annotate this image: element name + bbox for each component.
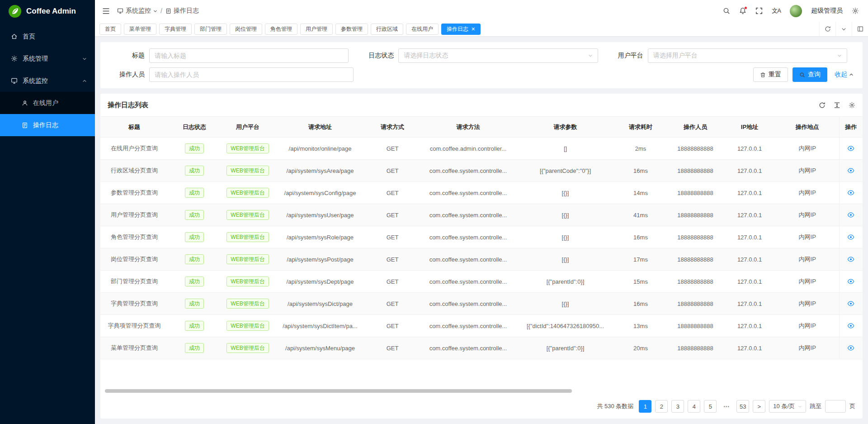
settings-gear-icon[interactable]: [852, 7, 859, 14]
jump-to-page-input[interactable]: [825, 400, 846, 413]
cell-status: 成功: [168, 315, 221, 337]
cell-request-params: [{"parentId":0}]: [517, 271, 614, 293]
row-density-icon[interactable]: [834, 102, 840, 109]
log-status-select[interactable]: 请选择日志状态: [398, 48, 598, 63]
sidebar-item-online-users[interactable]: 在线用户: [0, 92, 95, 114]
chevron-down-icon[interactable]: [835, 22, 852, 36]
page-button-5[interactable]: 5: [704, 400, 717, 413]
fullscreen-icon[interactable]: [755, 7, 763, 14]
view-detail-eye-icon[interactable]: [847, 344, 854, 352]
page-button-3[interactable]: 3: [671, 400, 684, 413]
table-row: 部门管理分页查询成功WEB管理后台/api/system/sysDept/pag…: [100, 271, 863, 293]
cell-action: [839, 226, 863, 248]
chevron-down-icon: [82, 57, 87, 61]
tab-在线用户[interactable]: 在线用户: [406, 24, 439, 35]
cell-title: 菜单管理分页查询: [100, 337, 168, 359]
view-detail-eye-icon[interactable]: [847, 300, 854, 307]
cell-title: 参数管理分页查询: [100, 182, 168, 204]
sidebar-item-label: 系统管理: [23, 55, 77, 63]
view-detail-eye-icon[interactable]: [847, 145, 854, 152]
translate-icon[interactable]: 文A: [772, 7, 781, 15]
refresh-icon[interactable]: [819, 102, 826, 109]
cell-ip-address: 127.0.0.1: [723, 271, 776, 293]
refresh-icon[interactable]: [819, 22, 835, 36]
tab-岗位管理[interactable]: 岗位管理: [230, 24, 262, 35]
tab-close-icon[interactable]: ✕: [471, 27, 475, 32]
document-icon: [22, 122, 28, 129]
table-tools: [819, 102, 855, 109]
view-detail-eye-icon[interactable]: [847, 256, 854, 263]
status-success-tag: 成功: [185, 210, 204, 220]
cell-platform: WEB管理后台: [221, 226, 275, 248]
cell-status: 成功: [168, 138, 221, 160]
cell-request-duration: 14ms: [614, 182, 667, 204]
sidebar-item-system-monitor[interactable]: 系统监控: [0, 70, 95, 92]
username[interactable]: 超级管理员: [811, 7, 843, 15]
breadcrumb-parent[interactable]: 系统监控: [117, 7, 157, 15]
breadcrumb: 系统监控 / 操作日志: [117, 7, 199, 15]
avatar[interactable]: [790, 5, 802, 17]
tab-角色管理[interactable]: 角色管理: [265, 24, 297, 35]
table-card-header: 操作日志列表: [100, 94, 863, 116]
col-ip-address: IP地址: [723, 117, 776, 138]
cell-platform: WEB管理后台: [221, 315, 275, 337]
operator-input[interactable]: [149, 67, 354, 82]
view-detail-eye-icon[interactable]: [847, 189, 854, 196]
view-detail-eye-icon[interactable]: [847, 278, 854, 285]
trash-icon: [760, 72, 766, 78]
tab-用户管理[interactable]: 用户管理: [300, 24, 333, 35]
page-size-select[interactable]: 10 条/页: [769, 400, 806, 413]
sidebar-item-system-management[interactable]: 系统管理: [0, 48, 95, 70]
view-detail-eye-icon[interactable]: [847, 233, 854, 241]
cell-title: 角色管理分页查询: [100, 226, 168, 248]
col-log-status: 日志状态: [168, 117, 221, 138]
horizontal-scrollbar-thumb[interactable]: [105, 389, 572, 393]
sidebar-item-operation-log[interactable]: 操作日志: [0, 114, 95, 136]
app-logo[interactable]: Coffee Admin: [0, 0, 95, 23]
status-success-tag: 成功: [185, 254, 204, 264]
cell-ip-address: 127.0.0.1: [723, 160, 776, 182]
next-page-button[interactable]: >: [753, 400, 765, 413]
reset-button[interactable]: 重置: [753, 67, 788, 82]
view-detail-eye-icon[interactable]: [847, 322, 854, 329]
collapse-sidebar-icon[interactable]: [102, 7, 110, 15]
tab-操作日志[interactable]: 操作日志✕: [441, 24, 481, 35]
tab-参数管理[interactable]: 参数管理: [335, 24, 368, 35]
page-button-2[interactable]: 2: [655, 400, 668, 413]
user-platform-select[interactable]: 请选择用户平台: [648, 48, 847, 63]
tab-label: 用户管理: [306, 25, 327, 33]
view-detail-eye-icon[interactable]: [847, 167, 854, 174]
page-button-53[interactable]: 53: [736, 400, 749, 413]
tab-行政区域[interactable]: 行政区域: [371, 24, 403, 35]
cell-operator: 18888888888: [667, 204, 723, 226]
search-icon[interactable]: [723, 7, 730, 14]
notification-bell-icon[interactable]: [739, 7, 746, 14]
tab-菜单管理[interactable]: 菜单管理: [124, 24, 156, 35]
tab-部门管理[interactable]: 部门管理: [194, 24, 227, 35]
tab-首页[interactable]: 首页: [99, 24, 121, 35]
search-button[interactable]: 查询: [793, 67, 827, 82]
cell-operator: 18888888888: [667, 293, 723, 315]
column-settings-gear-icon[interactable]: [849, 102, 855, 109]
col-request-url: 请求地址: [275, 117, 365, 138]
collapse-filters-label: 收起: [835, 71, 847, 79]
cell-request-url: /api/system/sysDictItem/pa...: [275, 315, 365, 337]
chevron-down-icon: [798, 405, 802, 409]
col-title: 标题: [100, 117, 168, 138]
chevron-up-icon: [82, 79, 87, 83]
tab-字典管理[interactable]: 字典管理: [159, 24, 192, 35]
sidebar-item-home[interactable]: 首页: [0, 25, 95, 48]
title-input[interactable]: [149, 48, 349, 63]
table-row: 字典项管理分页查询成功WEB管理后台/api/system/sysDictIte…: [100, 315, 863, 337]
collapse-filters-link[interactable]: 收起: [835, 71, 854, 79]
pagination-total: 共 530 条数据: [597, 402, 633, 410]
layout-icon[interactable]: [852, 22, 868, 36]
cell-request-duration: 15ms: [614, 271, 667, 293]
view-detail-eye-icon[interactable]: [847, 211, 854, 219]
pagination-ellipsis[interactable]: •••: [720, 400, 733, 413]
filter-actions: 重置 查询 收起: [362, 67, 855, 82]
table-header: 标题 日志状态 用户平台 请求地址 请求方式 请求方法 请求参数 请求耗时 操作…: [100, 117, 863, 138]
page-button-4[interactable]: 4: [688, 400, 700, 413]
page-button-1[interactable]: 1: [639, 400, 651, 413]
cell-title: 用户管理分页查询: [100, 204, 168, 226]
